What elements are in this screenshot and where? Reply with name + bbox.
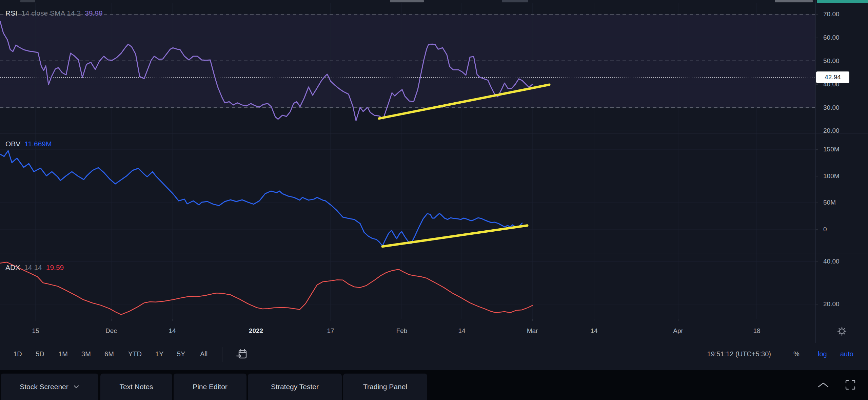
adx-indicator-params: 14 14	[24, 264, 42, 272]
footer-tab-pine-editor[interactable]: Pine Editor	[174, 374, 246, 400]
toolbar-divider	[222, 347, 222, 362]
range-button-all[interactable]: All	[197, 348, 210, 360]
collapse-panel-chevron-up-icon[interactable]	[816, 381, 830, 390]
footer-tab-label: Strategy Tester	[271, 383, 319, 391]
obv-series-line[interactable]	[0, 151, 522, 246]
clock[interactable]: 19:51:12 (UTC+5:30)	[707, 350, 771, 358]
time-axis-label: Mar	[527, 327, 538, 335]
adx-indicator-value: 19.59	[46, 264, 64, 272]
price-axis-label: 0	[823, 226, 827, 233]
range-button-1y[interactable]: 1Y	[153, 348, 166, 360]
rsi-current-value-badge: 42.94	[816, 71, 849, 83]
go-to-date-icon[interactable]	[235, 348, 248, 362]
time-axis-tick	[532, 319, 533, 321]
pane-divider-rsi-obv[interactable]	[0, 133, 868, 133]
footer-tab-label: Text Notes	[119, 383, 153, 391]
chart-canvas[interactable]	[0, 0, 868, 319]
price-axis-tick	[815, 38, 818, 38]
adx-series-line[interactable]	[0, 262, 532, 315]
price-axis-tick	[815, 229, 818, 230]
chevron-down-icon	[73, 385, 79, 389]
obv-indicator-legend[interactable]: OBV 11.669M	[5, 140, 52, 148]
time-axis-label: 14	[458, 327, 465, 335]
axis-settings-icon[interactable]	[836, 325, 848, 338]
time-axis-label: 17	[327, 327, 334, 335]
time-axis-label: 2022	[249, 327, 263, 335]
time-axis-label: 15	[32, 327, 39, 335]
price-axis-tick	[815, 61, 818, 61]
time-axis-tick	[256, 319, 256, 321]
time-axis-tick	[36, 319, 36, 321]
price-axis-label: 50.00	[823, 57, 840, 65]
footer-tab-trading-panel[interactable]: Trading Panel	[343, 374, 427, 400]
rsi-indicator-name: RSI	[5, 9, 17, 17]
price-axis-tick	[815, 149, 818, 150]
price-axis-tick	[815, 131, 818, 131]
top-pane-divider	[0, 3, 868, 3]
time-axis-tick	[111, 319, 112, 321]
pane-divider-obv-adx[interactable]	[0, 253, 868, 253]
range-button-6m[interactable]: 6M	[102, 348, 117, 360]
price-axis-label: 100M	[823, 172, 840, 180]
rsi-indicator-legend[interactable]: RSI 14 close SMA 14 2 39.99	[5, 9, 103, 17]
time-axis-label: 18	[753, 327, 760, 335]
price-axis-label: 40.00	[823, 258, 840, 265]
fullscreen-icon[interactable]	[844, 379, 856, 392]
time-axis-tick	[172, 319, 173, 321]
toolbar-top-border	[0, 343, 868, 343]
log-scale-button[interactable]: log	[818, 350, 827, 358]
price-axis-label: 20.00	[823, 127, 840, 134]
time-axis-label: Apr	[673, 327, 683, 335]
price-axis-tick	[815, 203, 818, 203]
footer-bar: Stock ScreenerText NotesPine EditorStrat…	[0, 370, 868, 400]
adx-indicator-name: ADX	[5, 264, 20, 272]
price-axis-label: 60.00	[823, 34, 840, 41]
price-axis-tick	[815, 261, 818, 262]
obv-indicator-value: 11.669M	[24, 140, 52, 148]
footer-tab-text-notes[interactable]: Text Notes	[100, 374, 172, 400]
price-axis-label: 70.00	[823, 10, 840, 18]
footer-tab-label: Trading Panel	[363, 383, 407, 391]
cutoff-fragment	[20, 0, 35, 2]
footer-tab-strategy-tester[interactable]: Strategy Tester	[248, 374, 342, 400]
time-axis-top-border	[0, 319, 868, 319]
time-axis-tick	[594, 319, 594, 321]
auto-scale-button[interactable]: auto	[840, 350, 853, 358]
time-axis-label: 14	[590, 327, 597, 335]
obv-indicator-name: OBV	[5, 140, 20, 148]
rsi-indicator-value: 39.99	[85, 9, 103, 17]
time-axis-tick	[331, 319, 331, 321]
range-button-ytd[interactable]: YTD	[125, 348, 144, 360]
trading-chart-window: RSI 14 close SMA 14 2 39.99 OBV 11.669M …	[0, 0, 868, 400]
cutoff-fragment	[502, 0, 528, 2]
price-axis-tick	[815, 304, 818, 304]
price-axis-tick	[815, 14, 818, 15]
time-axis-label: Feb	[396, 327, 408, 335]
range-button-5d[interactable]: 5D	[33, 348, 47, 360]
time-axis-tick	[757, 319, 757, 321]
range-button-5y[interactable]: 5Y	[174, 348, 188, 360]
time-axis-tick	[402, 319, 402, 321]
price-axis-label: 150M	[823, 146, 840, 153]
time-axis-tick	[462, 319, 462, 321]
cutoff-axis-label-teal	[817, 0, 868, 3]
time-axis-label: Dec	[105, 327, 117, 335]
range-button-1m[interactable]: 1M	[56, 348, 71, 360]
rsi-indicator-params: 14 close SMA 14 2	[21, 9, 81, 17]
price-axis-tick	[815, 176, 818, 176]
adx-indicator-legend[interactable]: ADX 14 14 19.59	[5, 264, 64, 272]
footer-tab-stock-screener[interactable]: Stock Screener	[1, 374, 98, 400]
range-button-3m[interactable]: 3M	[79, 348, 94, 360]
price-axis-tick	[815, 84, 818, 85]
footer-tab-label: Pine Editor	[193, 383, 228, 391]
time-axis-tick	[678, 319, 678, 321]
price-axis-label: 20.00	[823, 300, 840, 308]
price-axis-label: 30.00	[823, 104, 840, 111]
range-button-1d[interactable]: 1D	[11, 348, 25, 360]
footer-tab-label: Stock Screener	[20, 383, 68, 391]
time-axis-label: 14	[169, 327, 176, 335]
percent-scale-button[interactable]: %	[793, 350, 800, 358]
cutoff-fragment	[390, 0, 424, 2]
price-axis-border	[815, 0, 816, 343]
toolbar-right-divider	[782, 346, 782, 362]
